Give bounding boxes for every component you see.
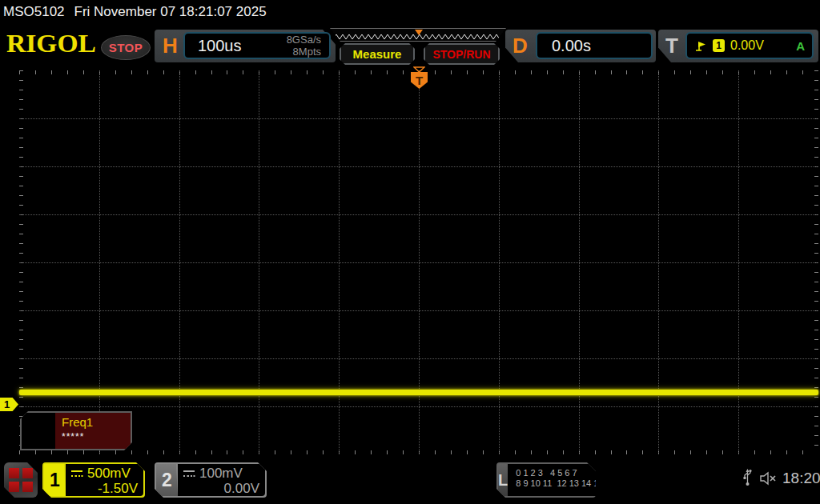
datetime-text: Fri November 07 18:21:07 2025 <box>74 4 267 20</box>
measurement-popup-freq1[interactable]: Freq1 ***** <box>20 411 132 450</box>
preview-trigger-position-icon[interactable] <box>415 30 423 35</box>
top-info-bar: MSO5102 Fri November 07 18:21:07 2025 <box>0 0 820 24</box>
app-grid-icon <box>22 468 33 478</box>
clock-text: 18:20 <box>782 470 820 487</box>
channel1-tab[interactable]: 1 <box>44 464 66 496</box>
channel1-scale: 500mV <box>87 466 131 482</box>
channel2-status-block[interactable]: 2 100mV 0.00V <box>155 462 267 498</box>
logic-analyzer-tab[interactable]: L <box>498 464 508 496</box>
grid-hline <box>19 166 818 167</box>
channel1-waveform <box>19 390 818 395</box>
logic-channel-list: 0 1 2 3 4 5 6 78 9 10 11 12 13 14 15 <box>508 464 603 496</box>
channel2-offset: 0.00V <box>183 482 259 495</box>
waveform-preview-strip[interactable] <box>330 28 506 42</box>
delay-label: D <box>512 34 528 58</box>
acquisition-info: 8GSa/s 8Mpts <box>287 34 329 58</box>
measurement-title: Freq1 <box>62 415 124 429</box>
trigger-mode-auto: A <box>796 39 805 53</box>
channel1-offset: -1.50V <box>70 482 138 495</box>
logic-row1: 0 1 2 3 4 5 6 7 <box>516 468 577 478</box>
logic-analyzer-block[interactable]: L 0 1 2 3 4 5 6 78 9 10 11 12 13 14 15 <box>496 462 596 498</box>
timebase-display[interactable]: 100us 8GSa/s 8Mpts <box>183 32 331 59</box>
grid-hline <box>19 406 818 407</box>
grid-hline <box>19 358 818 359</box>
channel2-values: 100mV 0.00V <box>178 464 265 496</box>
usb-icon <box>742 468 754 487</box>
logic-row2: 8 9 10 11 12 13 14 15 <box>516 478 603 488</box>
trigger-level-value: 0.00V <box>730 38 764 53</box>
app-grid-icon <box>9 482 19 492</box>
dc-coupling-icon <box>183 470 195 478</box>
channel2-scale: 100mV <box>199 466 243 482</box>
trigger-source-badge: 1 <box>713 39 725 52</box>
graticule: T <box>19 70 818 454</box>
trigger-position-triangle-icon[interactable] <box>413 66 425 73</box>
app-grid-icon <box>9 468 19 478</box>
sample-rate: 8GSa/s <box>287 34 321 46</box>
app-grid-icon <box>22 482 33 492</box>
channel2-tab[interactable]: 2 <box>156 464 178 496</box>
rising-edge-trigger-icon <box>694 39 707 52</box>
grid-hline-center <box>19 262 818 263</box>
trigger-level-marker[interactable]: T <box>411 72 428 89</box>
rigol-logo: RIGOL <box>6 29 96 58</box>
channel1-status-block[interactable]: 1 500mV -1.50V <box>42 462 145 498</box>
grid-hline <box>19 118 818 119</box>
channel1-values: 500mV -1.50V <box>66 464 143 496</box>
grid-hline <box>19 310 818 311</box>
horizontal-label: H <box>163 34 178 58</box>
timebase-value: 100us <box>185 37 242 55</box>
measurement-value: ***** <box>62 431 124 442</box>
dc-coupling-icon <box>70 470 83 478</box>
trigger-display[interactable]: 1 0.00V A <box>685 32 814 59</box>
measure-button[interactable]: Measure <box>340 43 415 65</box>
delay-value: 0.00s <box>537 37 591 55</box>
measurement-body: Freq1 ***** <box>55 413 131 449</box>
speaker-muted-icon <box>759 471 778 486</box>
measurement-thumbnail <box>22 413 55 449</box>
stop-run-button[interactable]: STOP/RUN <box>424 43 500 65</box>
memory-depth: 8Mpts <box>293 46 321 58</box>
model-name: MSO5102 <box>3 4 65 20</box>
grid-hline <box>19 214 818 215</box>
app-grid-button[interactable] <box>4 462 38 498</box>
delay-display[interactable]: 0.00s <box>536 32 653 59</box>
run-state-badge[interactable]: STOP <box>101 35 151 60</box>
channel1-ground-marker[interactable]: 1 <box>0 398 18 411</box>
trigger-label: T <box>665 34 678 58</box>
